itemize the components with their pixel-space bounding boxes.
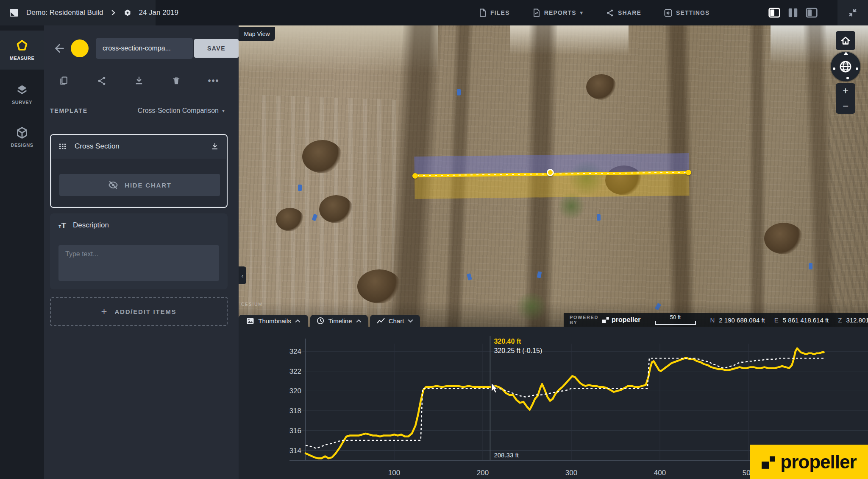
svg-text:320.25 ft (-0.15): 320.25 ft (-0.15) <box>494 347 542 354</box>
layout-right-panel-button[interactable] <box>805 7 818 19</box>
plus-icon: + <box>101 305 108 317</box>
download-chart-button[interactable] <box>211 142 219 151</box>
chevron-left-icon: ‹ <box>242 272 244 279</box>
text-icon: тT <box>58 221 66 230</box>
map-canvas[interactable]: Map View ‹ CESIUM + − <box>239 25 868 327</box>
terrain-marker <box>597 214 601 221</box>
cube-icon <box>16 126 28 139</box>
measurement-toolbar: ••• <box>44 70 239 91</box>
propeller-mark-icon <box>602 317 609 323</box>
description-card: тT Description <box>50 213 228 289</box>
powered-by-label: POWERED BY <box>570 315 598 325</box>
hide-chart-button[interactable]: HIDE CHART <box>59 174 220 196</box>
map-attribution: CESIUM <box>241 302 263 307</box>
layout-left-panel-button[interactable] <box>768 7 781 19</box>
sidebar-item-designs[interactable]: DESIGNS <box>0 118 44 157</box>
dataset-icon <box>123 8 132 17</box>
zoom-control: + − <box>836 83 855 114</box>
duplicate-button[interactable] <box>44 76 83 86</box>
svg-text:316: 316 <box>289 427 301 435</box>
cross-section-card-body: HIDE CHART <box>52 159 226 206</box>
compass-dot <box>846 77 849 79</box>
share-label: SHARE <box>618 9 641 16</box>
collapse-arrows-icon <box>848 8 858 18</box>
reports-label: REPORTS <box>544 9 576 16</box>
delete-button[interactable] <box>158 76 195 86</box>
measurement-color-swatch[interactable] <box>71 39 89 57</box>
files-button[interactable]: FILES <box>479 8 510 17</box>
measurement-name-input[interactable] <box>96 38 193 59</box>
zoom-out-button[interactable]: − <box>836 98 855 114</box>
svg-text:200: 200 <box>477 469 489 477</box>
file-icon <box>479 8 487 17</box>
chevron-down-icon: ▾ <box>222 108 225 114</box>
back-button[interactable] <box>53 42 65 55</box>
reports-button[interactable]: REPORTS ▾ <box>533 8 583 17</box>
project-title[interactable]: Demo: Residential Build <box>26 8 103 17</box>
tab-label: Thumbnails <box>258 317 291 325</box>
settings-button[interactable]: SETTINGS <box>664 9 710 17</box>
description-input[interactable] <box>58 245 219 281</box>
tab-chart[interactable]: Chart <box>370 315 420 327</box>
download-measurement-button[interactable] <box>120 76 158 86</box>
add-edit-items-label: ADD/EDIT ITEMS <box>114 308 176 315</box>
tab-timeline[interactable]: Timeline <box>310 315 368 327</box>
zoom-in-button[interactable]: + <box>836 83 855 98</box>
chevron-down-icon <box>408 319 413 323</box>
app-icon[interactable] <box>8 7 19 18</box>
propeller-logo: propeller <box>750 445 868 479</box>
drag-handle-icon[interactable] <box>58 143 68 150</box>
terrain-marker <box>457 89 461 95</box>
cross-section-card: Cross Section HIDE CHART <box>50 134 228 208</box>
svg-text:314: 314 <box>289 447 301 455</box>
description-header: тT Description <box>50 213 228 237</box>
panel-collapse-handle[interactable]: ‹ <box>239 266 246 284</box>
share-measurement-button[interactable] <box>83 76 120 86</box>
terrain-mound <box>276 208 304 231</box>
scale-label: 50 ft <box>655 314 696 320</box>
hide-chart-label: HIDE CHART <box>125 182 172 189</box>
chevron-down-icon: ▾ <box>580 10 583 16</box>
terrain-trench <box>749 25 765 327</box>
easting-value: 5 861 418.614 ft <box>783 317 829 324</box>
propeller-app: Demo: Residential Build 24 Jan 2019 FILE… <box>0 0 868 479</box>
scale-bracket <box>655 321 696 325</box>
svg-text:300: 300 <box>565 469 577 477</box>
tab-thumbnails[interactable]: Thumbnails <box>239 315 308 327</box>
map-view-label: Map View <box>244 31 270 37</box>
line-endpoint-handle[interactable] <box>686 170 691 175</box>
panel-header: SAVE <box>44 37 239 59</box>
cross-section-overlay[interactable] <box>414 153 689 199</box>
measurement-panel: SAVE ••• TEMPLATE Cross-Section Comparis… <box>44 25 239 479</box>
terrain-marker <box>809 263 812 269</box>
more-options-button[interactable]: ••• <box>195 76 232 86</box>
sidebar-item-survey[interactable]: SURVEY <box>0 75 44 114</box>
line-endpoint-handle[interactable] <box>412 173 418 179</box>
home-view-button[interactable] <box>836 31 855 50</box>
image-icon <box>246 317 254 325</box>
elevation-value: 312.801 ft <box>846 317 868 324</box>
share-button[interactable]: SHARE <box>606 9 641 17</box>
svg-text:400: 400 <box>654 469 666 477</box>
gear-icon <box>664 9 672 17</box>
template-select[interactable]: Cross-Section Comparison ▾ <box>138 107 225 115</box>
compass-dot <box>833 67 835 70</box>
layout-split-button[interactable] <box>787 7 799 19</box>
line-midpoint-handle[interactable] <box>547 169 554 176</box>
collapse-ui-button[interactable] <box>837 0 868 25</box>
compass-dot <box>856 67 858 70</box>
top-bar: Demo: Residential Build 24 Jan 2019 FILE… <box>0 0 868 25</box>
coordinate-readout: N2 190 688.084 ft E5 861 418.614 ft Z312… <box>710 317 868 324</box>
layers-icon <box>16 84 28 96</box>
sidebar-item-measure[interactable]: MEASURE <box>0 31 44 70</box>
compass-control[interactable] <box>831 52 860 81</box>
add-edit-items-button[interactable]: + ADD/EDIT ITEMS <box>50 297 228 326</box>
sidebar-label: SURVEY <box>12 100 32 105</box>
save-button[interactable]: SAVE <box>194 39 239 58</box>
globe-icon <box>838 59 853 74</box>
terrain-mound <box>357 269 401 303</box>
chevron-right-icon <box>110 9 117 16</box>
elevation-label: Z <box>838 317 842 324</box>
map-view-tab[interactable]: Map View <box>239 27 275 41</box>
survey-date[interactable]: 24 Jan 2019 <box>139 8 178 17</box>
